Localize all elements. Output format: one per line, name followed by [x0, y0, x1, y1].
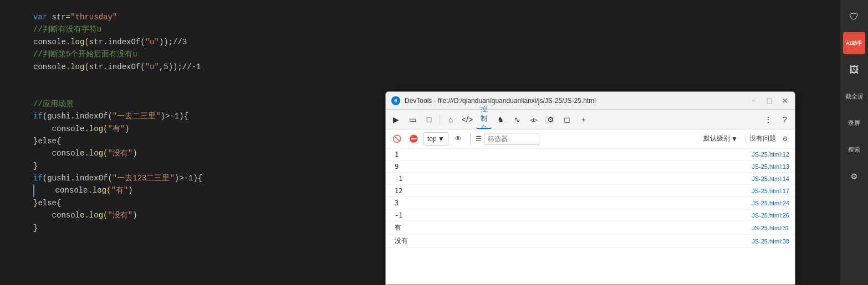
code-token: console — [33, 209, 84, 221]
console-row: -1JS-25.html:14 — [386, 173, 795, 185]
settings-tab-button[interactable]: ⚙ — [543, 112, 558, 127]
code-token: "一去123二三里" — [113, 172, 175, 184]
close-button[interactable]: ✕ — [780, 96, 789, 105]
code-token: . — [84, 209, 89, 221]
console-row: 9JS-25.html:13 — [386, 160, 795, 173]
level-label: 默认级别 — [703, 134, 730, 143]
code-line: var str="thrusday" — [33, 11, 868, 23]
code-token: ) — [125, 123, 129, 135]
filter-toggle-button[interactable]: ⛔ — [407, 132, 420, 146]
code-token: (gushi.indexOf( — [43, 172, 113, 184]
maximize-button[interactable]: □ — [765, 96, 774, 105]
filter-input[interactable] — [484, 133, 539, 145]
filter-label: ☰ — [476, 133, 539, 145]
code-token: } — [33, 222, 38, 234]
console-value: 3 — [395, 199, 752, 207]
console-value: 9 — [395, 163, 752, 170]
code-token: log — [89, 209, 103, 221]
inspect-element-button[interactable]: ▶ — [388, 112, 404, 127]
shield-sidebar-icon[interactable]: 🛡 — [843, 6, 865, 28]
console-value: -1 — [395, 211, 752, 219]
performance-button[interactable]: ◃▹ — [526, 112, 542, 127]
layers-button[interactable]: ◻ — [559, 112, 575, 127]
code-token: }else{ — [33, 135, 61, 147]
code-token: "u" — [145, 61, 159, 73]
image-sidebar-icon[interactable]: 🖼 — [843, 59, 865, 81]
capture-sidebar-button[interactable]: 截全屏 — [843, 85, 865, 107]
panel-button[interactable]: □ — [421, 112, 437, 127]
network-button[interactable]: ∿ — [509, 112, 525, 127]
code-token: (gushi.indexOf( — [43, 110, 113, 122]
console-source-link[interactable]: JS-25.html:38 — [752, 238, 789, 245]
console-settings-button[interactable]: ⚙ — [779, 133, 790, 144]
level-dropdown[interactable]: 默认级别 ▼ — [700, 133, 741, 144]
level-arrow-icon: ▼ — [731, 135, 738, 143]
minimize-button[interactable]: − — [749, 96, 758, 105]
debugger-button[interactable]: ♞ — [493, 112, 508, 127]
code-token: "thrusday" — [70, 11, 117, 23]
code-token: var — [33, 11, 52, 23]
console-toolbar: 🚫 ⛔ top ▼ 👁 ☰ 默认级别 ▼ | 没有问题 ⚙ — [386, 129, 795, 148]
help-button[interactable]: ? — [777, 112, 793, 127]
devtools-window: e DevTools - file:///D:/qianduan/quandua… — [385, 91, 795, 285]
record-sidebar-button[interactable]: 录屏 — [843, 112, 865, 134]
right-sidebar: 🛡 AI助手 🖼 截全屏 录屏 搜索 ⚙ — [840, 0, 868, 285]
ai-sidebar-button[interactable]: AI助手 — [843, 32, 865, 54]
code-token: //判断有没有字符u — [33, 23, 101, 35]
code-line: console.log(str.indexOf("u"));//3 — [33, 36, 868, 48]
console-row: 没有JS-25.html:38 — [386, 235, 795, 248]
window-controls: − □ ✕ — [749, 96, 789, 105]
code-token: "没有" — [108, 147, 132, 159]
filter-list-icon: ☰ — [476, 135, 482, 143]
console-source-link[interactable]: JS-25.html:17 — [752, 188, 789, 194]
settings-sidebar-button[interactable]: ⚙ — [843, 165, 865, 187]
console-value: 有 — [395, 223, 752, 232]
code-token: .indexOf( — [103, 61, 145, 73]
code-line: console.log(str.indexOf("u",5));//-1 — [33, 61, 868, 73]
code-line — [33, 73, 868, 85]
code-token: "没有" — [108, 209, 132, 221]
code-token: ) — [128, 184, 132, 196]
more-button[interactable]: ⋮ — [760, 112, 776, 127]
clear-console-button[interactable]: 🚫 — [390, 132, 404, 146]
console-source-link[interactable]: JS-25.html:13 — [752, 163, 789, 170]
code-token: . — [84, 123, 89, 135]
console-row: 3JS-25.html:24 — [386, 197, 795, 209]
add-tab-button[interactable]: + — [576, 112, 591, 127]
console-source-link[interactable]: JS-25.html:12 — [752, 151, 789, 158]
console-source-link[interactable]: JS-25.html:24 — [752, 200, 789, 206]
code-token: . — [84, 147, 89, 159]
devtools-title: DevTools - file:///D:/qianduan/quanduanl… — [405, 97, 745, 105]
console-tab[interactable]: 控制台 — [476, 110, 492, 129]
search-sidebar-button[interactable]: 搜索 — [843, 138, 865, 160]
issues-separator: | — [744, 135, 746, 143]
console-source-link[interactable]: JS-25.html:31 — [752, 225, 789, 231]
console-value: -1 — [395, 175, 752, 183]
console-row: -1JS-25.html:26 — [386, 209, 795, 221]
edge-icon: e — [391, 96, 400, 105]
console-source-link[interactable]: JS-25.html:26 — [752, 212, 789, 219]
code-token: log — [70, 36, 84, 48]
code-token: //判断第5个开始后面有没有u — [33, 48, 137, 60]
code-token: = — [66, 11, 70, 23]
code-token: console — [33, 61, 66, 73]
eye-button[interactable]: 👁 — [452, 132, 465, 146]
code-token: str — [89, 36, 103, 48]
separator-2 — [470, 133, 471, 144]
no-issues-label: 没有问题 — [749, 134, 776, 143]
console-source-link[interactable]: JS-25.html:14 — [752, 175, 789, 182]
console-row: 有JS-25.html:31 — [386, 221, 795, 235]
console-value: 没有 — [395, 236, 752, 246]
code-token: . — [66, 61, 70, 73]
devtools-toolbar: ▶ ▭ □ ⌂ </> 控制台 ♞ ∿ ◃▹ ⚙ ◻ + ⋮ ? — [386, 110, 795, 129]
context-dropdown[interactable]: top ▼ — [423, 132, 448, 146]
code-token: .indexOf( — [103, 36, 145, 48]
code-token: "u" — [145, 36, 159, 48]
code-token: )>-1){ — [175, 172, 202, 184]
source-button[interactable]: </> — [459, 112, 475, 127]
device-toolbar-button[interactable]: ▭ — [405, 112, 420, 127]
code-token: . — [88, 184, 92, 196]
console-value: 1 — [395, 151, 752, 158]
home-button[interactable]: ⌂ — [443, 112, 458, 127]
console-output: 1JS-25.html:129JS-25.html:13-1JS-25.html… — [386, 148, 795, 284]
